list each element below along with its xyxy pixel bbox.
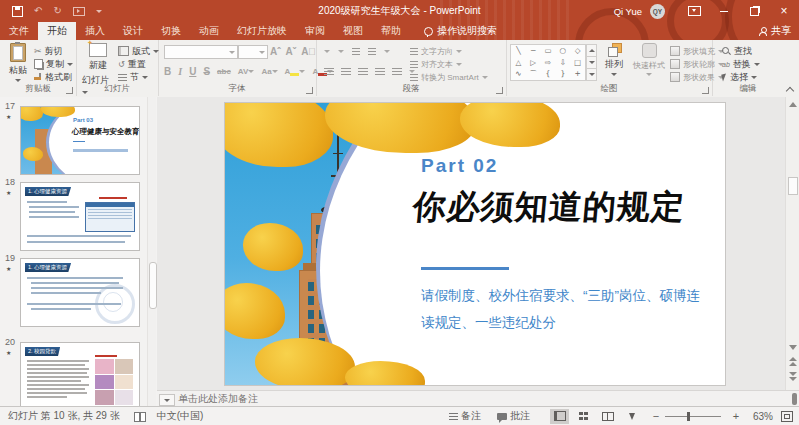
copy-button[interactable]: 复制: [34, 58, 73, 70]
previous-slide-button[interactable]: [789, 362, 797, 366]
tell-me-search[interactable]: 操作说明搜索: [424, 22, 497, 40]
notes-placeholder[interactable]: 单击此处添加备注: [178, 391, 258, 406]
align-center-button[interactable]: [341, 67, 351, 75]
drawing-dialog-launcher[interactable]: [702, 87, 709, 94]
font-size-combobox[interactable]: [238, 45, 268, 59]
shrink-font-button[interactable]: Aˇ: [286, 46, 297, 57]
canvas-vertical-scrollbar[interactable]: [785, 97, 799, 391]
fit-slide-to-window-icon[interactable]: [781, 411, 793, 422]
justify-button[interactable]: [375, 67, 385, 75]
comments-toggle-button[interactable]: 批注: [497, 409, 530, 423]
bold-button[interactable]: B: [164, 66, 171, 77]
underline-button[interactable]: U: [189, 66, 196, 77]
convert-smartart-button[interactable]: 转换为 SmartArt: [410, 71, 488, 83]
scroll-down-icon[interactable]: [789, 345, 797, 350]
shapes-gallery[interactable]: ╲─▭○◇ △▷⇨⇩□ ∿⌒{}+: [510, 44, 586, 81]
animation-star-icon[interactable]: ★: [6, 349, 11, 356]
tab-design[interactable]: 设计: [114, 22, 152, 40]
thumbnail-panel-scrollbar[interactable]: [147, 97, 156, 407]
account-name[interactable]: Qi Yue: [614, 6, 642, 17]
language-indicator[interactable]: 中文(中国): [157, 409, 204, 423]
slide-position-indicator[interactable]: 幻灯片 第 10 张, 共 29 张: [8, 409, 120, 423]
ribbon-display-options-button[interactable]: [679, 0, 709, 22]
numbering-button[interactable]: [338, 46, 344, 56]
quick-styles-button[interactable]: 快速样式: [630, 43, 668, 76]
slide-thumbnail-19[interactable]: 1. 心理健康资源: [20, 258, 140, 327]
grow-font-button[interactable]: Aˆ: [270, 46, 281, 57]
font-dialog-launcher[interactable]: [306, 87, 313, 94]
shadow-button[interactable]: S: [203, 66, 210, 77]
notes-collapse-button[interactable]: [159, 394, 175, 406]
thumbnail-scrollbar-thumb[interactable]: [149, 262, 157, 309]
notes-toggle-button[interactable]: 备注: [449, 409, 481, 423]
tab-home[interactable]: 开始: [38, 22, 76, 40]
layout-button[interactable]: 版式: [118, 45, 159, 57]
next-slide-button[interactable]: [789, 372, 797, 376]
increase-indent-button[interactable]: [368, 47, 376, 55]
slide-subtitle-line1[interactable]: 请假制度、校外住宿要求、“三助”岗位、硕博连: [421, 287, 700, 305]
slide-divider-line[interactable]: [421, 267, 509, 270]
minimize-button[interactable]: [709, 0, 739, 22]
slide-part-label[interactable]: Part 02: [421, 155, 498, 177]
tab-transitions[interactable]: 切换: [152, 22, 190, 40]
reading-view-button[interactable]: [598, 409, 617, 424]
format-painter-button[interactable]: 格式刷: [34, 71, 72, 83]
tab-file[interactable]: 文件: [0, 22, 38, 40]
shapes-scroll-down-button[interactable]: [586, 57, 597, 69]
align-right-button[interactable]: [358, 67, 368, 75]
tab-view[interactable]: 视图: [334, 22, 372, 40]
cut-button[interactable]: ✂ 剪切: [34, 45, 63, 57]
collapse-ribbon-button[interactable]: [786, 85, 793, 92]
slide-sorter-view-button[interactable]: [574, 409, 593, 424]
zoom-out-button[interactable]: −: [651, 410, 661, 422]
slide-subtitle-line2[interactable]: 读规定、一些违纪处分: [421, 314, 556, 332]
line-spacing-button[interactable]: [384, 46, 390, 56]
notes-scrollbar-thumb[interactable]: [792, 393, 797, 405]
animation-star-icon[interactable]: ★: [6, 265, 11, 272]
shapes-more-button[interactable]: [586, 69, 597, 81]
animation-star-icon[interactable]: ★: [6, 113, 11, 120]
arrange-button[interactable]: 排列: [600, 43, 628, 76]
start-slideshow-icon[interactable]: [73, 7, 85, 16]
slide-thumbnail-20[interactable]: 2. 校园贷款: [20, 342, 140, 411]
spell-check-icon[interactable]: [134, 412, 145, 421]
scroll-up-icon[interactable]: [789, 102, 797, 107]
align-text-button[interactable]: 对齐文本: [410, 58, 462, 70]
notes-pane[interactable]: 单击此处添加备注: [157, 390, 799, 407]
redo-icon[interactable]: ↻: [53, 6, 61, 16]
zoom-in-button[interactable]: +: [731, 410, 741, 422]
font-name-combobox[interactable]: [164, 45, 238, 59]
text-direction-button[interactable]: 文字方向: [410, 45, 462, 57]
qat-customize-icon[interactable]: [96, 10, 102, 13]
select-button[interactable]: 选择: [722, 71, 757, 83]
bullets-button[interactable]: [324, 46, 330, 56]
find-button[interactable]: 查找: [722, 45, 752, 57]
paragraph-dialog-launcher[interactable]: [496, 87, 503, 94]
avatar[interactable]: QY: [650, 4, 665, 19]
canvas-scrollbar-thumb[interactable]: [788, 177, 798, 195]
align-left-button[interactable]: [324, 67, 334, 75]
tab-review[interactable]: 审阅: [296, 22, 334, 40]
replace-button[interactable]: ab 替换: [722, 58, 760, 70]
restore-button[interactable]: [739, 0, 769, 22]
clear-formatting-button[interactable]: A⃠: [301, 46, 316, 57]
slide-title[interactable]: 你必须知道的规定: [411, 185, 687, 230]
current-slide[interactable]: Part 02 你必须知道的规定 请假制度、校外住宿要求、“三助”岗位、硕博连 …: [225, 103, 725, 385]
zoom-slider-thumb[interactable]: [687, 412, 690, 421]
highlight-color-button[interactable]: A: [285, 66, 306, 76]
undo-icon[interactable]: ↶: [34, 6, 42, 16]
tab-insert[interactable]: 插入: [76, 22, 114, 40]
slideshow-view-button[interactable]: [622, 409, 641, 424]
paste-button[interactable]: 粘贴: [5, 43, 31, 82]
section-button[interactable]: 节: [118, 71, 148, 83]
animation-star-icon[interactable]: ★: [6, 189, 11, 196]
close-button[interactable]: ×: [769, 0, 799, 22]
tab-help[interactable]: 帮助: [372, 22, 410, 40]
shapes-scroll-up-button[interactable]: [586, 44, 597, 57]
normal-view-button[interactable]: [550, 409, 569, 424]
zoom-slider[interactable]: [665, 411, 721, 421]
character-spacing-button[interactable]: AV: [238, 67, 255, 76]
strikethrough-button[interactable]: abc: [217, 67, 231, 76]
zoom-level[interactable]: 63%: [749, 411, 773, 422]
change-case-button[interactable]: Aa: [261, 67, 277, 76]
